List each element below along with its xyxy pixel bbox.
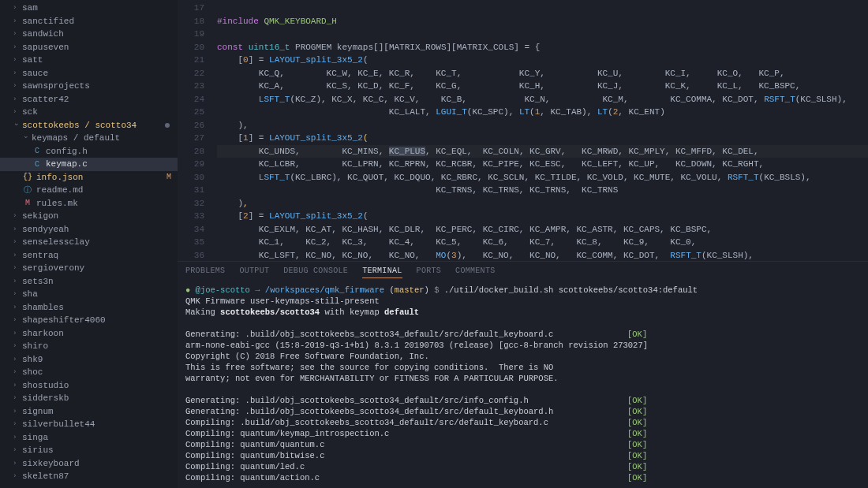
chevron-right-icon: › [13, 316, 19, 324]
code-line-17[interactable] [217, 2, 868, 15]
panel-tab-terminal[interactable]: TERMINAL [362, 266, 402, 278]
code-line-26[interactable]: ), [217, 119, 868, 132]
tree-item-label: sekigon [22, 211, 58, 221]
folder-sapuseven[interactable]: ›sapuseven [0, 41, 178, 54]
panel-tabs[interactable]: PROBLEMSOUTPUTDEBUG CONSOLETERMINALPORTS… [178, 262, 868, 281]
folder-shapeshifter4060[interactable]: ›shapeshifter4060 [0, 314, 178, 327]
main-area: 1718192021222324252627282930313233343536… [178, 0, 868, 488]
chevron-right-icon: › [13, 264, 19, 272]
folder-sauce[interactable]: ›sauce [0, 67, 178, 80]
code-line-27[interactable]: [1] = LAYOUT_split_3x5_2( [217, 132, 868, 145]
tree-item-label: signum [22, 407, 54, 416]
code-line-19[interactable] [217, 28, 868, 41]
folder-satt[interactable]: ›satt [0, 54, 178, 67]
chevron-right-icon: › [13, 30, 19, 38]
folder-sirius[interactable]: ›sirius [0, 444, 178, 457]
panel-tab-problems[interactable]: PROBLEMS [185, 266, 225, 278]
chevron-right-icon: › [13, 108, 19, 116]
tree-item-label: shambles [22, 303, 64, 312]
code-line-20[interactable]: const uint16_t PROGMEM keymaps[][MATRIX_… [217, 41, 868, 54]
chevron-right-icon: › [13, 278, 19, 285]
folder-scottokeebs-scotto34[interactable]: ›scottokeebs / scotto34 [0, 119, 178, 132]
file-keymap-c[interactable]: Ckeymap.c [0, 158, 178, 171]
folder-scatter42[interactable]: ›scatter42 [0, 93, 178, 106]
folder-shk9[interactable]: ›shk9 [0, 353, 178, 367]
folder-keymaps-default[interactable]: ›keymaps / default [0, 132, 178, 145]
chevron-right-icon: › [13, 394, 19, 402]
file-explorer[interactable]: ›sam›sanctified›sandwich›sapuseven›satt›… [0, 0, 178, 488]
file-config-h[interactable]: Cconfig.h [0, 145, 178, 158]
folder-shostudio[interactable]: ›shostudio [0, 379, 178, 393]
code-line-21[interactable]: [0] = LAYOUT_split_3x5_2( [217, 54, 868, 67]
folder-sharkoon[interactable]: ›sharkoon [0, 327, 178, 341]
chevron-right-icon: › [13, 434, 19, 441]
code-line-24[interactable]: LSFT_T(KC_Z), KC_X, KC_C, KC_V, KC_B, KC… [217, 93, 868, 106]
tree-item-label: readme.md [36, 185, 83, 195]
code-content[interactable]: #include QMK_KEYBOARD_H const uint16_t P… [217, 0, 868, 261]
code-line-18[interactable]: #include QMK_KEYBOARD_H [217, 15, 868, 28]
chevron-right-icon: › [13, 238, 19, 246]
folder-sidderskb[interactable]: ›sidderskb [0, 392, 178, 405]
tree-item-label: sha [22, 289, 38, 299]
chevron-right-icon: › [13, 304, 19, 311]
c-file-icon: C [32, 160, 43, 169]
markdown-file-icon: ⓘ [22, 184, 33, 196]
chevron-right-icon: › [13, 225, 19, 233]
chevron-right-icon: › [13, 460, 19, 468]
folder-shiro[interactable]: ›shiro [0, 340, 178, 353]
tree-item-label: keymaps / default [32, 133, 120, 143]
folder-sandwich[interactable]: ›sandwich [0, 28, 178, 41]
folder-sanctified[interactable]: ›sanctified [0, 15, 178, 28]
code-line-22[interactable]: KC_Q, KC_W, KC_E, KC_R, KC_T, KC_Y, KC_U… [217, 67, 868, 80]
panel-tab-comments[interactable]: COMMENTS [455, 266, 495, 278]
folder-sha[interactable]: ›sha [0, 288, 178, 301]
folder-sekigon[interactable]: ›sekigon [0, 210, 178, 223]
bottom-panel: PROBLEMSOUTPUTDEBUG CONSOLETERMINALPORTS… [178, 261, 868, 488]
chevron-right-icon: › [13, 251, 19, 259]
code-line-33[interactable]: [2] = LAYOUT_split_3x5_2( [217, 210, 868, 223]
tree-item-label: sanctified [22, 17, 74, 26]
folder-shambles[interactable]: ›shambles [0, 301, 178, 315]
folder-sergioverony[interactable]: ›sergioverony [0, 262, 178, 275]
folder-shoc[interactable]: ›shoc [0, 366, 178, 379]
folder-sam[interactable]: ›sam [0, 2, 178, 15]
folder-sixkeyboard[interactable]: ›sixkeyboard [0, 457, 178, 471]
c-file-icon: C [32, 147, 43, 155]
code-line-31[interactable]: KC_TRNS, KC_TRNS, KC_TRNS, KC_TRNS [217, 184, 868, 197]
code-editor[interactable]: 1718192021222324252627282930313233343536… [178, 0, 868, 261]
chevron-down-icon: › [21, 135, 29, 141]
tree-item-label: keymap.c [46, 159, 88, 169]
chevron-right-icon: › [13, 82, 19, 90]
tree-item-label: sets3n [22, 277, 54, 286]
folder-skeletn87[interactable]: ›skeletn87 [0, 470, 178, 483]
code-line-32[interactable]: ), [217, 197, 868, 210]
folder-singa[interactable]: ›singa [0, 431, 178, 445]
code-line-28[interactable]: KC_UNDS, KC_MINS, KC_PLUS, KC_EQL, KC_CO… [217, 145, 868, 158]
tree-item-label: sapuseven [22, 43, 69, 52]
file-readme-md[interactable]: ⓘreadme.md [0, 184, 178, 197]
folder-sawnsprojects[interactable]: ›sawnsprojects [0, 80, 178, 93]
terminal-output[interactable]: ● @joe-scotto → /workspaces/qmk_firmware… [178, 281, 868, 488]
tree-item-label: shiro [22, 341, 48, 351]
folder-sck[interactable]: ›sck [0, 106, 178, 119]
code-line-25[interactable]: KC_LALT, LGUI_T(KC_SPC), LT(1, KC_TAB), … [217, 106, 868, 119]
folder-senselessclay[interactable]: ›senselessclay [0, 236, 178, 249]
code-line-23[interactable]: KC_A, KC_S, KC_D, KC_F, KC_G, KC_H, KC_J… [217, 80, 868, 93]
folder-sets3n[interactable]: ›sets3n [0, 275, 178, 289]
file-rules-mk[interactable]: Mrules.mk [0, 197, 178, 210]
code-line-30[interactable]: LSFT_T(KC_LBRC), KC_QUOT, KC_DQUO, KC_RB… [217, 171, 868, 184]
panel-tab-ports[interactable]: PORTS [417, 266, 442, 278]
folder-sendyyeah[interactable]: ›sendyyeah [0, 223, 178, 237]
folder-silverbullet44[interactable]: ›silverbullet44 [0, 418, 178, 431]
folder-sentraq[interactable]: ›sentraq [0, 249, 178, 263]
code-line-29[interactable]: KC_LCBR, KC_LPRN, KC_RPRN, KC_RCBR, KC_P… [217, 158, 868, 171]
panel-tab-output[interactable]: OUTPUT [239, 266, 269, 278]
folder-signum[interactable]: ›signum [0, 405, 178, 419]
code-line-34[interactable]: KC_EXLM, KC_AT, KC_HASH, KC_DLR, KC_PERC… [217, 223, 868, 237]
code-line-36[interactable]: KC_LSFT, KC_NO, KC_NO, KC_NO, MO(3), KC_… [217, 249, 868, 262]
panel-tab-debug-console[interactable]: DEBUG CONSOLE [283, 266, 348, 278]
tree-item-label: shoc [22, 367, 43, 377]
chevron-right-icon: › [13, 95, 19, 103]
file-info-json[interactable]: {}info.jsonM [0, 171, 178, 184]
code-line-35[interactable]: KC_1, KC_2, KC_3, KC_4, KC_5, KC_6, KC_7… [217, 236, 868, 249]
